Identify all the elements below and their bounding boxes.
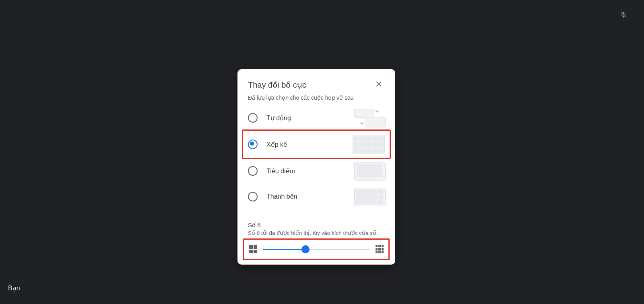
option-label: Thanh bên: [266, 193, 354, 200]
preview-spotlight-icon: [354, 162, 385, 180]
slider-ticks: [263, 249, 370, 251]
tiles-section-subtitle: Số ô tối đa được hiển thị, tùy vào kích …: [237, 229, 395, 238]
slider-thumb[interactable]: [301, 245, 310, 253]
layout-option-spotlight[interactable]: Tiêu điểm: [243, 158, 390, 184]
option-label: Xếp kề: [266, 141, 353, 148]
radio-sidebar[interactable]: [248, 192, 258, 201]
tiles-section-title: Số ô: [237, 210, 395, 229]
mic-off-icon: [620, 11, 627, 20]
radio-auto[interactable]: [248, 113, 258, 123]
layout-options: Tự động Xếp kề Tiêu điểm: [237, 105, 395, 210]
layout-option-sidebar[interactable]: Thanh bên: [243, 184, 390, 210]
tiles-slider-container: [243, 238, 390, 260]
dialog-title: Thay đổi bố cục: [248, 80, 306, 90]
tiles-slider[interactable]: [263, 245, 370, 253]
radio-tiled[interactable]: [248, 140, 258, 149]
dialog-header: Thay đổi bố cục: [237, 69, 395, 94]
preview-sidebar-icon: [354, 188, 385, 205]
self-name-label: Bạn: [8, 284, 20, 292]
layout-option-tiled[interactable]: Xếp kề: [242, 129, 391, 159]
preview-auto-icon: [354, 109, 385, 127]
grid-2x2-icon: [249, 245, 257, 253]
dialog-subtitle: Đã lưu lựa chọn cho các cuộc họp về sau: [237, 94, 395, 105]
close-button[interactable]: [373, 78, 385, 91]
radio-spotlight[interactable]: [248, 166, 258, 176]
grid-3x3-icon: [376, 245, 384, 253]
change-layout-dialog: Thay đổi bố cục Đã lưu lựa chọn cho các …: [237, 69, 395, 265]
preview-tiled-icon: [353, 135, 385, 154]
close-icon: [374, 84, 383, 90]
option-label: Tự động: [266, 114, 354, 122]
layout-option-auto[interactable]: Tự động: [243, 105, 390, 131]
option-label: Tiêu điểm: [266, 167, 354, 175]
